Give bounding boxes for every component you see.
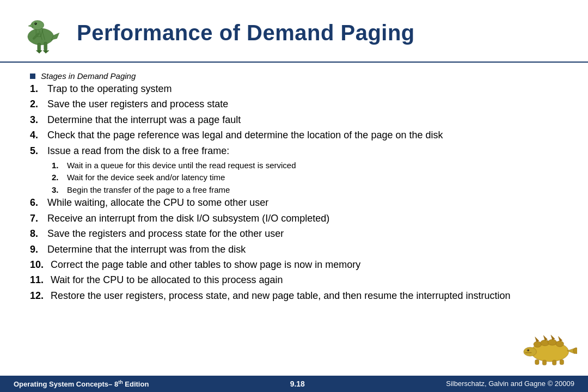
main-content: Stages in Demand Paging 1. Trap to the o… <box>0 69 588 307</box>
list-item: 3. Determine that the interrupt was a pa… <box>30 114 566 126</box>
sub-item-text: Wait in a queue for this device until th… <box>67 160 296 171</box>
item-number: 7. <box>30 212 47 225</box>
item-number: 9. <box>30 243 47 256</box>
dino-left-container <box>10 10 67 56</box>
item-text: Trap to the operating system <box>47 83 171 95</box>
raptor-icon <box>10 10 67 56</box>
item-number: 10. <box>30 259 51 271</box>
item-text: Receive an interrupt from the disk I/O s… <box>47 212 329 225</box>
sub-item-number: 3. <box>52 185 67 195</box>
sub-item-number: 2. <box>52 172 67 183</box>
item-number: 2. <box>30 98 47 111</box>
main-list-cont: 6. While waiting, allocate the CPU to so… <box>30 197 566 302</box>
footer-left-text: Operating System Concepts– 8th Edition <box>14 379 149 388</box>
svg-marker-19 <box>535 337 539 342</box>
sub-list-item: 2. Wait for the device seek and/or laten… <box>52 172 566 183</box>
sub-item-number: 1. <box>52 160 67 171</box>
list-item: 9. Determine that the interrupt was from… <box>30 243 566 256</box>
svg-marker-20 <box>543 335 547 340</box>
item-text: Determine that the interrupt was from th… <box>47 243 246 256</box>
footer: Operating System Concepts– 8th Edition 9… <box>0 376 588 392</box>
item-number: 1. <box>30 83 47 95</box>
list-item: 1. Trap to the operating system <box>30 83 566 95</box>
item-text: Restore the user registers, process stat… <box>51 290 510 302</box>
item-number: 4. <box>30 129 47 142</box>
list-item: 8. Save the registers and process state … <box>30 228 566 240</box>
svg-point-18 <box>556 341 564 347</box>
svg-point-25 <box>528 350 528 350</box>
item-text: Save the user registers and process stat… <box>47 98 228 111</box>
item-text: Issue a read from the disk to a free fra… <box>47 145 229 157</box>
list-item: 11. Wait for the CPU to be allocated to … <box>30 274 566 286</box>
list-item: 6. While waiting, allocate the CPU to so… <box>30 197 566 209</box>
sub-item-text: Wait for the device seek and/or latency … <box>67 172 225 183</box>
svg-rect-8 <box>44 42 47 51</box>
svg-point-15 <box>534 341 542 347</box>
sub-item-text: Begin the transfer of the page to a free… <box>67 185 230 195</box>
svg-marker-10 <box>43 51 49 53</box>
list-item: 4. Check that the page reference was leg… <box>30 129 566 142</box>
sub-list-item: 1. Wait in a queue for this device until… <box>52 160 566 171</box>
svg-rect-31 <box>553 360 556 365</box>
section-header: Stages in Demand Paging <box>30 71 566 81</box>
footer-right-text: Silberschatz, Galvin and Gagne © 20009 <box>446 379 574 388</box>
list-item: 12. Restore the user registers, process … <box>30 290 566 302</box>
svg-rect-32 <box>560 360 564 365</box>
header: Performance of Demand Paging <box>0 0 588 63</box>
svg-marker-22 <box>558 336 562 341</box>
item-text: Check that the page reference was legal … <box>47 129 443 142</box>
item-number: 11. <box>30 274 51 286</box>
item-number: 6. <box>30 197 47 209</box>
item-number: 3. <box>30 114 47 126</box>
item-number: 12. <box>30 290 51 302</box>
item-text: While waiting, allocate the CPU to some … <box>47 197 268 209</box>
bullet-icon <box>30 74 35 79</box>
sub-list: 1. Wait in a queue for this device until… <box>52 160 566 195</box>
item-text: Save the registers and process state for… <box>47 228 284 240</box>
list-item: 10. Correct the page table and other tab… <box>30 259 566 271</box>
item-text: Correct the page table and other tables … <box>51 259 360 271</box>
svg-point-5 <box>35 23 35 23</box>
svg-rect-7 <box>38 43 41 51</box>
svg-rect-29 <box>535 360 539 365</box>
sub-list-item: 3. Begin the transfer of the page to a f… <box>52 185 566 195</box>
svg-rect-30 <box>542 360 546 365</box>
dino-right-container <box>523 332 577 369</box>
svg-point-23 <box>524 347 537 356</box>
slide: Performance of Demand Paging Stages in D… <box>0 0 588 392</box>
section-label: Stages in Demand Paging <box>41 71 136 81</box>
main-list: 1. Trap to the operating system 2. Save … <box>30 83 566 157</box>
list-item: 2. Save the user registers and process s… <box>30 98 566 111</box>
ankylosaur-icon <box>523 332 577 367</box>
item-number: 5. <box>30 145 47 157</box>
item-number: 8. <box>30 228 47 240</box>
slide-title: Performance of Demand Paging <box>77 21 415 45</box>
item-text: Determine that the interrupt was a page … <box>47 114 241 126</box>
svg-marker-9 <box>36 51 42 53</box>
svg-marker-21 <box>551 335 555 340</box>
list-item: 7. Receive an interrupt from the disk I/… <box>30 212 566 225</box>
svg-marker-3 <box>28 24 33 28</box>
item-text: Wait for the CPU to be allocated to this… <box>51 274 283 286</box>
footer-page-number: 9.18 <box>290 379 305 388</box>
list-item: 5. Issue a read from the disk to a free … <box>30 145 566 157</box>
svg-point-17 <box>548 339 556 345</box>
